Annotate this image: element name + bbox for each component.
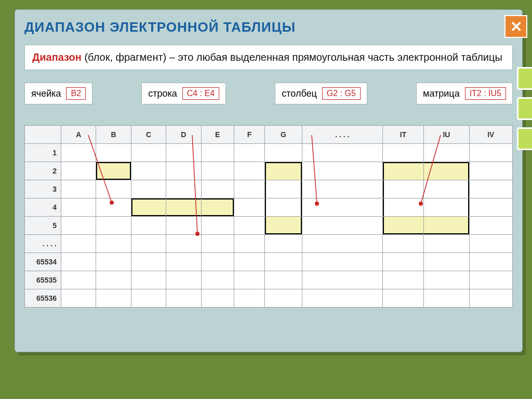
cell [61,235,96,253]
cell [96,217,131,235]
slide-title: ДИАПАЗОН ЭЛЕКТРОННОЙ ТАБЛИЦЫ [24,19,513,35]
cell [424,180,469,198]
col-header: C [131,126,166,144]
legend-matrix-label: матрица [423,88,460,99]
col-header: D [166,126,201,144]
cell [61,198,96,217]
cell [424,271,469,289]
cell [201,253,234,271]
cell [265,271,302,289]
definition-term: Диапазон [32,51,82,63]
cell [234,198,264,217]
cell [382,180,423,198]
cell [131,289,166,308]
cell [96,235,131,253]
row-header: 65535 [25,271,61,289]
spreadsheet-grid: ABCDEFG. . . .ITIUIV 12345. . . .6553465… [24,125,513,308]
cell [96,180,131,198]
cell [469,235,512,253]
cell [201,271,234,289]
cell [201,289,234,308]
cell [61,162,96,180]
cell [201,198,234,217]
table-row: 2 [25,162,513,180]
cell [302,253,382,271]
table-row: 1 [25,144,513,162]
cell [234,271,264,289]
legend-row-chip: C4 : E4 [182,87,219,100]
cell [469,271,512,289]
cell [201,162,234,180]
cell [424,198,469,217]
col-header: IU [424,126,469,144]
cell [469,162,512,180]
cell [131,198,166,217]
cell [131,271,166,289]
legend-cell-label: ячейка [31,88,61,99]
cell [96,271,131,289]
col-header: E [201,126,234,144]
close-button[interactable]: ✕ [504,15,527,38]
cell [424,217,469,235]
cell [382,235,423,253]
cell [234,235,264,253]
cell [382,198,423,217]
cell [469,180,512,198]
cell [469,144,512,162]
col-header: B [96,126,131,144]
cell [96,144,131,162]
cell [265,162,302,180]
cell [166,217,201,235]
table-row: 4 [25,198,513,217]
cell [96,253,131,271]
row-header: 65534 [25,253,61,271]
cell [201,180,234,198]
table-row: 3 [25,180,513,198]
cell [382,217,423,235]
cell [265,235,302,253]
cell [469,198,512,217]
cell [234,253,264,271]
decorative-tabs [517,67,532,150]
cell [265,144,302,162]
legend-col-chip: G2 : G5 [322,87,361,100]
cell [166,198,201,217]
cell [469,217,512,235]
cell [265,289,302,308]
row-header: 1 [25,144,61,162]
legend-row-range: строка C4 : E4 [141,83,226,104]
corner-cell [25,126,61,144]
cell [166,162,201,180]
table-row: . . . . [25,235,513,253]
table-row: 5 [25,217,513,235]
cell [61,271,96,289]
cell [131,253,166,271]
cell [302,162,382,180]
cell [265,198,302,217]
col-header: A [61,126,96,144]
cell [96,289,131,308]
cell [424,162,469,180]
legend-matrix-range: матрица IT2 : IU5 [416,83,513,104]
table-row: 65535 [25,271,513,289]
cell [302,235,382,253]
cell [424,289,469,308]
row-header: . . . . [25,235,61,253]
row-header: 5 [25,217,61,235]
row-header: 3 [25,180,61,198]
cell [61,144,96,162]
cell [302,217,382,235]
col-header: G [265,126,302,144]
cell [166,180,201,198]
spreadsheet: ABCDEFG. . . .ITIUIV 12345. . . .6553465… [24,125,513,308]
cell [166,235,201,253]
cell [424,235,469,253]
cell [302,289,382,308]
table-row: 65534 [25,253,513,271]
definition-text: (блок, фрагмент) – это любая выделенная … [82,51,502,63]
cell [61,289,96,308]
cell [382,289,423,308]
cell [201,235,234,253]
cell [382,162,423,180]
legend-matrix-chip: IT2 : IU5 [465,87,506,100]
